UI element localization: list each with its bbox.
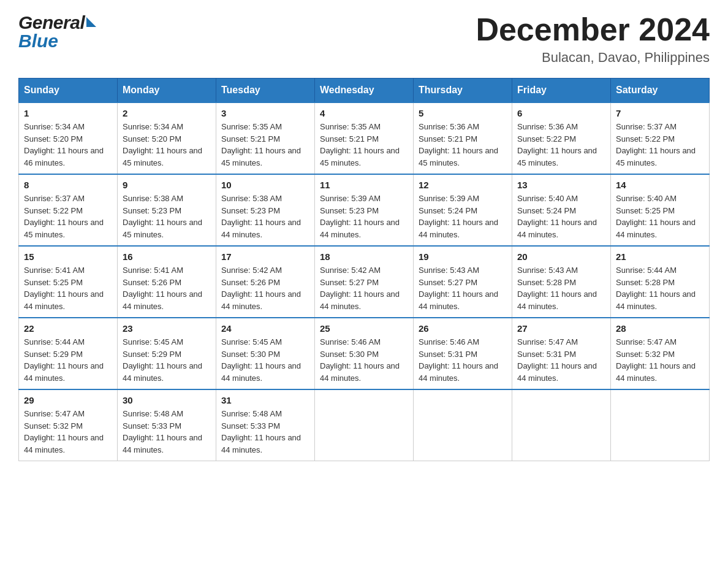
day-info: Sunrise: 5:46 AM Sunset: 5:30 PM Dayligh… — [320, 336, 408, 384]
day-number: 21 — [616, 251, 704, 262]
day-number: 2 — [123, 108, 211, 118]
header-saturday: Saturday — [611, 79, 710, 103]
day-number: 11 — [320, 180, 408, 190]
header-monday: Monday — [118, 79, 216, 103]
logo: General Blue — [18, 12, 96, 52]
table-row — [315, 389, 414, 461]
table-row: 18 Sunrise: 5:42 AM Sunset: 5:27 PM Dayl… — [315, 246, 414, 318]
day-info: Sunrise: 5:40 AM Sunset: 5:25 PM Dayligh… — [616, 193, 704, 240]
table-row: 4 Sunrise: 5:35 AM Sunset: 5:21 PM Dayli… — [315, 102, 414, 174]
day-number: 26 — [419, 323, 507, 334]
table-row: 16 Sunrise: 5:41 AM Sunset: 5:26 PM Dayl… — [118, 246, 216, 318]
day-info: Sunrise: 5:46 AM Sunset: 5:31 PM Dayligh… — [419, 336, 507, 384]
day-info: Sunrise: 5:47 AM Sunset: 5:32 PM Dayligh… — [24, 408, 112, 456]
table-row: 7 Sunrise: 5:37 AM Sunset: 5:22 PM Dayli… — [611, 102, 710, 174]
day-number: 20 — [517, 251, 605, 262]
day-info: Sunrise: 5:48 AM Sunset: 5:33 PM Dayligh… — [221, 408, 309, 456]
table-row: 12 Sunrise: 5:39 AM Sunset: 5:24 PM Dayl… — [414, 174, 512, 246]
day-info: Sunrise: 5:48 AM Sunset: 5:33 PM Dayligh… — [123, 408, 211, 456]
day-info: Sunrise: 5:37 AM Sunset: 5:22 PM Dayligh… — [616, 121, 704, 169]
table-row: 6 Sunrise: 5:36 AM Sunset: 5:22 PM Dayli… — [512, 102, 611, 174]
calendar-header-row: Sunday Monday Tuesday Wednesday Thursday… — [19, 79, 710, 103]
day-info: Sunrise: 5:39 AM Sunset: 5:23 PM Dayligh… — [320, 193, 408, 240]
day-number: 8 — [24, 180, 112, 190]
day-number: 25 — [320, 323, 408, 334]
day-info: Sunrise: 5:37 AM Sunset: 5:22 PM Dayligh… — [24, 193, 112, 240]
table-row: 29 Sunrise: 5:47 AM Sunset: 5:32 PM Dayl… — [19, 389, 118, 461]
day-info: Sunrise: 5:34 AM Sunset: 5:20 PM Dayligh… — [24, 121, 112, 169]
table-row: 30 Sunrise: 5:48 AM Sunset: 5:33 PM Dayl… — [118, 389, 216, 461]
day-number: 23 — [123, 323, 211, 334]
day-number: 31 — [221, 395, 309, 405]
day-info: Sunrise: 5:47 AM Sunset: 5:32 PM Dayligh… — [616, 336, 704, 384]
table-row — [512, 389, 611, 461]
day-info: Sunrise: 5:35 AM Sunset: 5:21 PM Dayligh… — [320, 121, 408, 169]
day-number: 4 — [320, 108, 408, 118]
table-row: 14 Sunrise: 5:40 AM Sunset: 5:25 PM Dayl… — [611, 174, 710, 246]
day-info: Sunrise: 5:42 AM Sunset: 5:26 PM Dayligh… — [221, 264, 309, 312]
day-info: Sunrise: 5:38 AM Sunset: 5:23 PM Dayligh… — [221, 193, 309, 240]
table-row: 11 Sunrise: 5:39 AM Sunset: 5:23 PM Dayl… — [315, 174, 414, 246]
calendar-table: Sunday Monday Tuesday Wednesday Thursday… — [18, 78, 710, 461]
calendar-week-row: 15 Sunrise: 5:41 AM Sunset: 5:25 PM Dayl… — [19, 246, 710, 318]
calendar-week-row: 29 Sunrise: 5:47 AM Sunset: 5:32 PM Dayl… — [19, 389, 710, 461]
table-row: 26 Sunrise: 5:46 AM Sunset: 5:31 PM Dayl… — [414, 318, 512, 389]
logo-general-text: General — [18, 12, 85, 33]
day-info: Sunrise: 5:40 AM Sunset: 5:24 PM Dayligh… — [517, 193, 605, 240]
table-row: 13 Sunrise: 5:40 AM Sunset: 5:24 PM Dayl… — [512, 174, 611, 246]
day-number: 16 — [123, 251, 211, 262]
day-number: 7 — [616, 108, 704, 118]
day-number: 28 — [616, 323, 704, 334]
day-info: Sunrise: 5:38 AM Sunset: 5:23 PM Dayligh… — [123, 193, 211, 240]
day-number: 14 — [616, 180, 704, 190]
day-info: Sunrise: 5:41 AM Sunset: 5:25 PM Dayligh… — [24, 264, 112, 312]
day-info: Sunrise: 5:43 AM Sunset: 5:27 PM Dayligh… — [419, 264, 507, 312]
month-title: December 2024 — [476, 12, 710, 47]
day-info: Sunrise: 5:45 AM Sunset: 5:30 PM Dayligh… — [221, 336, 309, 384]
table-row: 2 Sunrise: 5:34 AM Sunset: 5:20 PM Dayli… — [118, 102, 216, 174]
header-tuesday: Tuesday — [216, 79, 315, 103]
table-row: 20 Sunrise: 5:43 AM Sunset: 5:28 PM Dayl… — [512, 246, 611, 318]
day-number: 18 — [320, 251, 408, 262]
table-row: 8 Sunrise: 5:37 AM Sunset: 5:22 PM Dayli… — [19, 174, 118, 246]
day-info: Sunrise: 5:36 AM Sunset: 5:22 PM Dayligh… — [517, 121, 605, 169]
table-row: 17 Sunrise: 5:42 AM Sunset: 5:26 PM Dayl… — [216, 246, 315, 318]
table-row: 28 Sunrise: 5:47 AM Sunset: 5:32 PM Dayl… — [611, 318, 710, 389]
day-number: 24 — [221, 323, 309, 334]
table-row: 15 Sunrise: 5:41 AM Sunset: 5:25 PM Dayl… — [19, 246, 118, 318]
day-number: 15 — [24, 251, 112, 262]
logo-blue-text: Blue — [18, 31, 96, 52]
table-row: 23 Sunrise: 5:45 AM Sunset: 5:29 PM Dayl… — [118, 318, 216, 389]
day-number: 27 — [517, 323, 605, 334]
table-row: 1 Sunrise: 5:34 AM Sunset: 5:20 PM Dayli… — [19, 102, 118, 174]
day-info: Sunrise: 5:35 AM Sunset: 5:21 PM Dayligh… — [221, 121, 309, 169]
table-row — [611, 389, 710, 461]
page-header: General Blue December 2024 Bulacan, Dava… — [18, 12, 710, 66]
table-row: 10 Sunrise: 5:38 AM Sunset: 5:23 PM Dayl… — [216, 174, 315, 246]
table-row — [414, 389, 512, 461]
table-row: 21 Sunrise: 5:44 AM Sunset: 5:28 PM Dayl… — [611, 246, 710, 318]
day-number: 9 — [123, 180, 211, 190]
table-row: 3 Sunrise: 5:35 AM Sunset: 5:21 PM Dayli… — [216, 102, 315, 174]
table-row: 24 Sunrise: 5:45 AM Sunset: 5:30 PM Dayl… — [216, 318, 315, 389]
day-number: 22 — [24, 323, 112, 334]
table-row: 27 Sunrise: 5:47 AM Sunset: 5:31 PM Dayl… — [512, 318, 611, 389]
table-row: 9 Sunrise: 5:38 AM Sunset: 5:23 PM Dayli… — [118, 174, 216, 246]
header-sunday: Sunday — [19, 79, 118, 103]
day-info: Sunrise: 5:42 AM Sunset: 5:27 PM Dayligh… — [320, 264, 408, 312]
table-row: 25 Sunrise: 5:46 AM Sunset: 5:30 PM Dayl… — [315, 318, 414, 389]
day-number: 5 — [419, 108, 507, 118]
table-row: 22 Sunrise: 5:44 AM Sunset: 5:29 PM Dayl… — [19, 318, 118, 389]
day-number: 29 — [24, 395, 112, 405]
day-number: 3 — [221, 108, 309, 118]
day-info: Sunrise: 5:44 AM Sunset: 5:28 PM Dayligh… — [616, 264, 704, 312]
day-number: 6 — [517, 108, 605, 118]
day-info: Sunrise: 5:45 AM Sunset: 5:29 PM Dayligh… — [123, 336, 211, 384]
day-number: 1 — [24, 108, 112, 118]
day-info: Sunrise: 5:43 AM Sunset: 5:28 PM Dayligh… — [517, 264, 605, 312]
table-row: 5 Sunrise: 5:36 AM Sunset: 5:21 PM Dayli… — [414, 102, 512, 174]
table-row: 31 Sunrise: 5:48 AM Sunset: 5:33 PM Dayl… — [216, 389, 315, 461]
day-info: Sunrise: 5:34 AM Sunset: 5:20 PM Dayligh… — [123, 121, 211, 169]
title-area: December 2024 Bulacan, Davao, Philippine… — [476, 12, 710, 66]
header-wednesday: Wednesday — [315, 79, 414, 103]
